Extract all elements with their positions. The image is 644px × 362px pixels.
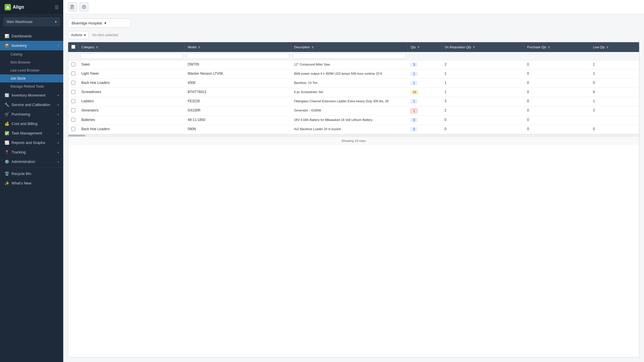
sidebar-item-inventory[interactable]: 📦 Inventory ▾ [0, 41, 63, 50]
chevron-down-icon: ▾ [55, 20, 57, 24]
row-checkbox-0[interactable] [71, 62, 75, 66]
row-checkbox-4[interactable] [71, 99, 75, 103]
sidebar-sub-low-level-browser[interactable]: Low Level Browser [0, 66, 63, 74]
sidebar-item-whats-new[interactable]: ✨ What's New [0, 178, 63, 188]
toolbar-btn-clipboard[interactable] [68, 2, 77, 11]
sort-icon-purchase-qty: ⇅ [548, 46, 550, 49]
row-checkbox-cell [68, 88, 78, 97]
task-icon: ✅ [5, 131, 9, 135]
row-checkbox-2[interactable] [71, 81, 75, 85]
sidebar-item-reports-graphs[interactable]: 📈 Reports and Graphs ◂ [0, 138, 63, 147]
select-all-checkbox[interactable] [71, 45, 75, 49]
qty-badge: 1 [411, 99, 417, 104]
table-row: Batteries 48-11-1850 18V 4.0Ah Battery f… [68, 116, 639, 125]
row-model: BTHT76013 [185, 88, 291, 97]
row-model: DW705 [185, 60, 291, 70]
row-checkbox-cell [68, 125, 78, 134]
row-on-req-qty: 3 [442, 97, 524, 106]
sidebar-item-dashboards[interactable]: 📊 Dashboards [0, 31, 63, 41]
row-category: Back Hoe Loaders [78, 79, 185, 88]
row-checkbox-6[interactable] [71, 118, 75, 122]
sidebar-sub-manage-retired-tools[interactable]: Manage Retired Tools [0, 82, 63, 90]
row-model: 580N [185, 125, 291, 134]
col-model[interactable]: Model ⇅ [185, 42, 291, 52]
actions-label: Actions [71, 33, 82, 37]
row-checkbox-5[interactable] [71, 108, 75, 112]
row-model: G4100R [185, 106, 291, 116]
inventory-table: Category ⇅ Model ⇅ Description ⇅ [68, 42, 639, 134]
col-purchase-qty[interactable]: Purchase Qty ⇅ [524, 42, 590, 52]
sidebar-item-inventory-movement[interactable]: 🔄 Inventory Movement ◂ [0, 90, 63, 100]
table-row: Ladders FE3228 Fiberglass Channel Extens… [68, 97, 639, 106]
col-purchase-qty-label: Purchase Qty [527, 45, 547, 49]
location-selector[interactable]: Blueridge Hospital ▾ [68, 19, 131, 28]
item-browser-label: Item Browser [10, 60, 31, 64]
col-qty[interactable]: Qty ⇅ [408, 42, 442, 52]
qty-badge: 3 [411, 62, 417, 67]
toolbar-btn-upload[interactable] [79, 2, 89, 11]
warehouse-selector[interactable]: Main Warehouse ▾ [3, 18, 60, 26]
sidebar-item-task-management[interactable]: ✅ Task Management ◂ [0, 128, 63, 138]
filter-description[interactable] [293, 53, 406, 59]
sidebar-item-cost-billing[interactable]: 💰 Cost and Billing ◂ [0, 119, 63, 128]
sidebar-item-tracking[interactable]: 📍 Tracking ◂ [0, 147, 63, 157]
sidebar-header: Align ☰ [0, 0, 63, 15]
col-checkbox[interactable] [68, 42, 78, 52]
table-row: Back Hoe Loaders 580N 4x2 Backhoe Loader… [68, 125, 639, 134]
row-checkbox-3[interactable] [71, 90, 75, 94]
row-model: FE3228 [185, 97, 291, 106]
sidebar-nav: 📊 Dashboards 📦 Inventory ▾ Catalog Item … [0, 29, 63, 362]
row-category: Back Hoe Loaders [78, 125, 185, 134]
filter-model[interactable] [187, 53, 290, 59]
row-on-req-qty: 0 [442, 125, 524, 134]
row-qty: 58 [408, 88, 442, 97]
sidebar-sub-job-stock[interactable]: Job Stock [0, 74, 63, 82]
tracking-icon: 📍 [5, 150, 9, 154]
sidebar-item-purchasing[interactable]: 🛒 Purchasing ◂ [0, 109, 63, 119]
scrollbar-hint[interactable] [68, 134, 639, 136]
col-low-qty-label: Low Qty [593, 45, 605, 49]
low-level-browser-label: Low Level Browser [10, 68, 39, 72]
dashboards-label: Dashboards [12, 34, 59, 38]
cost-billing-icon: 💰 [5, 122, 9, 126]
row-description: 6kW power output 4 x 300W LED lamps 500-… [291, 70, 408, 79]
col-category[interactable]: Category ⇅ [78, 42, 185, 52]
row-checkbox-cell [68, 97, 78, 106]
row-model: 48-11-1850 [185, 116, 291, 125]
admin-icon: ⚙️ [5, 159, 9, 164]
chevron-icon-task: ◂ [57, 132, 59, 135]
manage-retired-tools-label: Manage Retired Tools [10, 84, 44, 88]
inventory-label: Inventory [12, 43, 55, 48]
col-on-req-qty[interactable]: On Requisition Qty ⇅ [442, 42, 524, 52]
row-qty: 1 [408, 97, 442, 106]
recycle-bin-icon: 🗑️ [5, 172, 9, 176]
col-description[interactable]: Description ⇅ [291, 42, 408, 52]
actions-bar: Actions ▾ No item selected [68, 31, 639, 39]
actions-dropdown[interactable]: Actions ▾ [68, 31, 89, 39]
sidebar-item-recycle-bin[interactable]: 🗑️ Recycle Bin [0, 169, 63, 178]
table-row: Saws DW705 12" Compound Miter Saw 3 2 0 … [68, 60, 639, 70]
location-label: Blueridge Hospital [72, 21, 102, 25]
row-low-qty: 0 [590, 125, 639, 134]
hamburger-icon[interactable]: ☰ [55, 5, 59, 10]
col-low-qty[interactable]: Low Qty ⇅ [590, 42, 639, 52]
row-checkbox-1[interactable] [71, 72, 75, 76]
job-stock-label: Job Stock [10, 76, 26, 80]
sidebar-item-administration[interactable]: ⚙️ Administration ◂ [0, 157, 63, 166]
row-checkbox-7[interactable] [71, 127, 75, 131]
col-model-label: Model [188, 45, 196, 49]
inventory-movement-icon: 🔄 [5, 93, 9, 97]
filter-category[interactable] [80, 53, 183, 59]
sidebar-item-service-calibration[interactable]: 🔧 Service and Calibration ◂ [0, 100, 63, 109]
row-category: Saws [78, 60, 185, 70]
sidebar-sub-catalog[interactable]: Catalog [0, 50, 63, 58]
row-on-req-qty: 1 [442, 70, 524, 79]
row-checkbox-cell [68, 60, 78, 70]
warehouse-label: Main Warehouse [7, 20, 32, 24]
row-qty: 0 [408, 125, 442, 134]
main-content: Blueridge Hospital ▾ Actions ▾ No item s… [63, 0, 644, 362]
row-on-req-qty: 0 [442, 116, 524, 125]
sidebar-sub-item-browser[interactable]: Item Browser [0, 58, 63, 66]
row-low-qty: 1 [590, 70, 639, 79]
whats-new-icon: ✨ [5, 181, 9, 185]
